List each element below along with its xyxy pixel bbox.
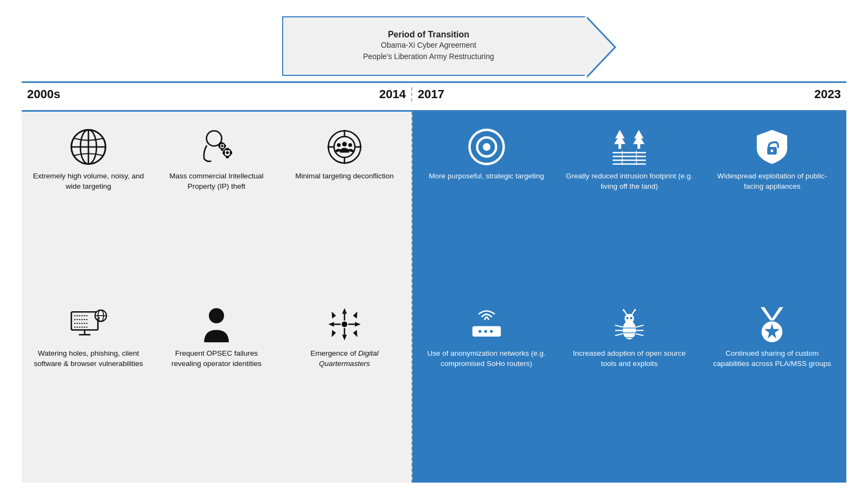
svg-marker-41: [342, 335, 347, 341]
timeline-bar: 2000s 2014 2017 2023: [22, 81, 846, 106]
cell-router: Use of anonymization networks (e.g. comp…: [418, 300, 555, 472]
cell-monitor-globe-text: Watering holes, phishing, client softwar…: [31, 349, 145, 369]
svg-line-83: [636, 325, 643, 328]
svg-rect-7: [221, 142, 223, 144]
cell-crosshair-group-text: Minimal targeting deconfliction: [295, 171, 394, 182]
svg-line-80: [615, 325, 623, 328]
cell-monitor-globe: Watering holes, phishing, client softwar…: [27, 300, 150, 472]
svg-point-12: [226, 151, 229, 154]
svg-point-53: [483, 143, 490, 151]
cell-arrows-center: Emergence of Digital Quartermasters: [283, 300, 406, 472]
cell-globe: Extremely high volume, noisy, and wide t…: [27, 123, 150, 294]
svg-marker-45: [355, 322, 361, 327]
svg-point-78: [626, 317, 628, 319]
svg-point-67: [771, 149, 774, 152]
svg-point-69: [478, 330, 481, 333]
cell-shield-lock-text: Widespread exploitation of public-facing…: [708, 171, 837, 192]
svg-point-75: [623, 309, 625, 311]
svg-rect-13: [226, 148, 229, 150]
svg-rect-8: [221, 149, 223, 151]
svg-marker-49: [331, 330, 336, 337]
svg-rect-16: [230, 151, 232, 154]
svg-point-25: [348, 143, 352, 147]
cell-farm-trees-text: Greatly reduced intrusion footprint (e.g…: [565, 171, 693, 192]
svg-point-6: [221, 145, 223, 147]
bug-icon: [610, 305, 648, 343]
svg-marker-43: [328, 322, 334, 327]
monitor-globe-icon: [69, 305, 107, 343]
timeline-left: 2000s 2014: [22, 87, 412, 101]
cell-medal: Continued sharing of custom capabilities…: [704, 300, 841, 472]
content-grid: Extremely high volume, noisy, and wide t…: [22, 110, 846, 483]
year-2017: 2017: [418, 87, 444, 101]
svg-point-77: [634, 309, 636, 311]
svg-point-18: [334, 137, 355, 158]
svg-point-79: [630, 317, 632, 319]
svg-marker-58: [633, 134, 644, 144]
arrow-line1: Obama-Xi Cyber Agreement: [381, 41, 476, 49]
svg-marker-50: [353, 330, 358, 337]
year-2014: 2014: [379, 87, 406, 101]
router-icon: [468, 305, 506, 343]
arrow-subtitle: Obama-Xi Cyber Agreement People's Libera…: [363, 40, 494, 62]
year-2023: 2023: [814, 87, 841, 101]
svg-line-82: [615, 334, 623, 336]
svg-marker-55: [614, 134, 626, 144]
svg-rect-9: [219, 145, 221, 147]
cell-target-circle-text: More purposeful, strategic targeting: [429, 171, 544, 182]
cell-bug: Increased adoption of open source tools …: [560, 300, 698, 472]
shield-lock-icon: [753, 128, 791, 166]
cell-crosshair-group: Minimal targeting deconfliction: [283, 123, 406, 294]
crosshair-group-icon: [326, 128, 363, 166]
arrow-line2: People's Liberation Army Restructuring: [363, 52, 494, 61]
svg-point-4: [207, 131, 222, 146]
head-gears-icon: [197, 128, 235, 166]
svg-rect-59: [637, 144, 640, 149]
cell-target-circle: More purposeful, strategic targeting: [418, 123, 555, 294]
content-left: Extremely high volume, noisy, and wide t…: [22, 112, 412, 483]
cell-head-gears-text: Mass commercial Intellectual Property (I…: [159, 171, 273, 192]
cell-arrows-center-text: Emergence of Digital Quartermasters: [288, 349, 401, 369]
arrows-center-icon: [326, 305, 363, 343]
year-2000s: 2000s: [27, 87, 60, 101]
transition-arrow-section: Period of Transition Obama-Xi Cyber Agre…: [22, 16, 846, 76]
target-circle-icon: [468, 128, 506, 166]
arrow-title: Period of Transition: [388, 30, 469, 40]
svg-rect-14: [226, 156, 229, 158]
cell-shield-lock: Widespread exploitation of public-facing…: [704, 123, 841, 294]
cell-bug-text: Increased adoption of open source tools …: [565, 349, 693, 369]
svg-point-73: [624, 314, 634, 324]
content-right: More purposeful, strategic targeting: [412, 112, 846, 483]
svg-point-70: [484, 330, 487, 333]
cell-person-silhouette: Frequent OPSEC failures revealing operat…: [155, 300, 278, 472]
transition-arrow: Period of Transition Obama-Xi Cyber Agre…: [282, 16, 586, 76]
cell-medal-text: Continued sharing of custom capabilities…: [708, 349, 837, 369]
svg-rect-56: [618, 144, 621, 149]
cell-head-gears: Mass commercial Intellectual Property (I…: [155, 123, 278, 294]
timeline-right: 2017 2023: [412, 87, 846, 101]
svg-rect-15: [222, 151, 225, 154]
cell-globe-text: Extremely high volume, noisy, and wide t…: [31, 171, 145, 192]
cell-router-text: Use of anonymization networks (e.g. comp…: [422, 349, 551, 369]
cell-farm-trees: Greatly reduced intrusion footprint (e.g…: [560, 123, 698, 294]
svg-rect-10: [224, 145, 226, 147]
person-silhouette-icon: [197, 305, 235, 343]
medal-icon: [753, 305, 791, 343]
farm-trees-icon: [610, 128, 648, 166]
svg-point-37: [209, 308, 224, 323]
svg-marker-48: [353, 311, 358, 318]
svg-marker-47: [331, 311, 336, 318]
svg-point-24: [337, 143, 341, 147]
svg-point-71: [490, 330, 493, 333]
cell-person-silhouette-text: Frequent OPSEC failures revealing operat…: [159, 349, 273, 369]
globe-icon: [69, 128, 107, 166]
svg-point-38: [342, 322, 348, 328]
svg-marker-39: [342, 308, 347, 314]
svg-line-85: [636, 334, 643, 336]
svg-point-23: [342, 142, 347, 146]
